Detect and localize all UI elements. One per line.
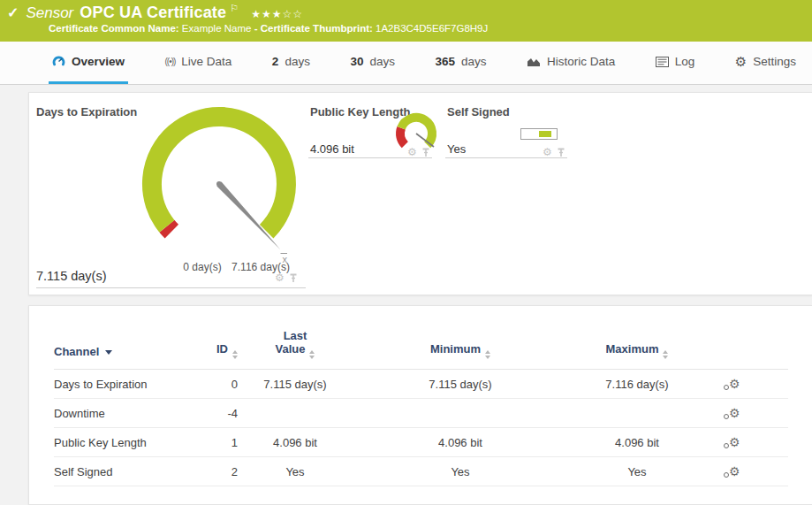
column-header-maximum-label: Maximum	[606, 342, 659, 356]
pin-icon[interactable]	[289, 273, 298, 283]
status-ok-check-icon: ✓	[7, 4, 19, 21]
tab-30-days-number: 30	[350, 55, 363, 68]
channel-minimum: Yes	[353, 457, 568, 486]
sensor-tabbar: Overview ((•)) Live Data 2 days 30 days …	[0, 42, 812, 85]
pin-icon[interactable]	[421, 148, 430, 157]
tab-365-days-number: 365	[435, 55, 455, 68]
tab-log[interactable]: Log	[652, 42, 699, 84]
channel-table: Channel ID Last Value Minimum Maximum	[54, 329, 788, 486]
channel-gear-icon[interactable]: ⚙	[543, 147, 552, 157]
tab-overview-label: Overview	[72, 55, 125, 68]
table-row-downtime: Downtime -4 ⚙	[54, 399, 788, 428]
channel-gear-icon[interactable]: ⚙	[275, 272, 285, 283]
column-header-minimum-label: Minimum	[430, 342, 481, 356]
sensor-name: OPC UA Certificate	[80, 4, 226, 22]
sort-icon	[232, 350, 238, 359]
column-header-value-label: Value	[276, 342, 306, 356]
gauge-icon	[52, 55, 65, 68]
sensor-header: ✓ Sensor OPC UA Certificate ⚐ ★★★☆☆ Cert…	[0, 0, 812, 42]
tab-live-data-label: Live Data	[181, 55, 231, 68]
channel-last-value: 7.115 day(s)	[238, 370, 353, 399]
tab-historic-data-label: Historic Data	[547, 55, 615, 68]
table-row-days-to-expiration: Days to Expiration 0 7.115 day(s) 7.115 …	[54, 370, 788, 399]
tab-365-days[interactable]: 365 days	[431, 42, 489, 84]
area-chart-icon	[527, 56, 541, 67]
common-name-label: Certificate Common Name:	[49, 23, 179, 34]
channel-name[interactable]: Self Signed	[54, 457, 185, 486]
channel-table-panel: Channel ID Last Value Minimum Maximum	[28, 305, 812, 505]
tab-2-days-number: 2	[272, 55, 279, 68]
channel-name[interactable]: Days to Expiration	[54, 370, 185, 399]
sort-icon	[663, 350, 668, 359]
broadcast-icon: ((•))	[165, 57, 176, 66]
sensor-type-label: Sensor	[26, 4, 73, 22]
sensor-title-row: ✓ Sensor OPC UA Certificate ⚐ ★★★☆☆	[0, 0, 812, 22]
channel-maximum: 7.116 day(s)	[568, 370, 706, 399]
column-header-id-label: ID	[216, 342, 228, 356]
column-header-last-value[interactable]: Last Value	[238, 329, 353, 370]
days-to-expiration-value: 7.115 day(s)	[36, 269, 107, 283]
tab-historic-data[interactable]: Historic Data	[523, 42, 618, 84]
channel-minimum	[353, 399, 568, 428]
channel-id: 0	[185, 370, 238, 399]
channel-name[interactable]: Public Key Length	[54, 428, 185, 457]
sort-desc-icon	[105, 350, 112, 355]
tab-settings-label: Settings	[753, 55, 796, 68]
public-key-length-value: 4.096 bit	[310, 142, 354, 156]
tab-365-days-label: days	[461, 55, 487, 68]
tab-overview[interactable]: Overview	[49, 42, 128, 84]
channel-minimum: 7.115 day(s)	[353, 370, 568, 399]
cell-divider	[445, 157, 567, 158]
sensor-subtitle: Certificate Common Name: Example Name - …	[49, 23, 812, 34]
tab-live-data[interactable]: ((•)) Live Data	[162, 42, 236, 84]
channel-last-value: 4.096 bit	[238, 428, 353, 457]
cell-divider	[36, 287, 306, 288]
stars-filled[interactable]: ★★★	[251, 8, 282, 20]
channel-maximum: Yes	[568, 457, 706, 486]
gauges-panel: Days to Expiration x 0 day(s) 7.116 day(…	[28, 92, 812, 295]
column-header-minimum[interactable]: Minimum	[353, 329, 568, 370]
tab-30-days[interactable]: 30 days	[346, 42, 398, 84]
tab-2-days-label: days	[285, 55, 310, 68]
channel-id: -4	[185, 399, 238, 428]
edit-channel-icon[interactable]: ⚙	[729, 377, 740, 391]
priority-stars[interactable]: ★★★☆☆	[251, 8, 303, 20]
edit-channel-icon[interactable]: ⚙	[729, 435, 740, 449]
channel-last-value: Yes	[238, 457, 353, 486]
column-header-channel[interactable]: Channel	[54, 329, 185, 370]
channel-last-value	[238, 399, 353, 428]
cell-divider	[308, 157, 432, 158]
thumbprint-value: 1A2B3C4D5E6F7G8H9J	[376, 23, 488, 34]
log-list-icon	[656, 57, 669, 67]
column-header-id[interactable]: ID	[185, 329, 238, 370]
tab-2-days[interactable]: 2 days	[269, 42, 314, 84]
gauge-cell-actions: ⚙	[275, 272, 298, 283]
edit-channel-icon[interactable]: ⚙	[729, 464, 740, 478]
gauge-cell-actions: ⚙	[543, 147, 565, 157]
self-signed-indicator	[520, 128, 558, 140]
sort-icon	[309, 350, 315, 359]
pin-icon[interactable]	[557, 148, 565, 157]
common-name-value: Example Name	[182, 23, 252, 34]
column-header-maximum[interactable]: Maximum	[568, 329, 706, 370]
column-header-channel-label: Channel	[54, 345, 99, 358]
gauge-self-signed-title: Self Signed	[447, 105, 510, 119]
thumbprint-label: - Certificate Thumbprint:	[254, 23, 373, 34]
sort-icon	[485, 350, 490, 359]
edit-channel-icon[interactable]: ⚙	[729, 406, 740, 420]
tab-30-days-label: days	[369, 55, 395, 68]
flag-icon[interactable]: ⚐	[230, 3, 239, 14]
table-row-self-signed: Self Signed 2 Yes Yes Yes ⚙	[54, 457, 788, 486]
stars-empty[interactable]: ☆☆	[282, 8, 303, 20]
tab-settings[interactable]: ⚙ Settings	[732, 42, 800, 84]
tab-log-label: Log	[675, 55, 695, 68]
channel-id: 2	[185, 457, 238, 486]
table-row-public-key-length: Public Key Length 1 4.096 bit 4.096 bit …	[54, 428, 788, 457]
channel-maximum	[568, 399, 706, 428]
days-to-expiration-gauge: x	[135, 104, 303, 272]
channel-name[interactable]: Downtime	[54, 399, 185, 428]
channel-gear-icon[interactable]: ⚙	[407, 147, 417, 157]
self-signed-value: Yes	[447, 142, 466, 156]
channel-minimum: 4.096 bit	[353, 428, 568, 457]
gear-icon: ⚙	[735, 54, 747, 70]
